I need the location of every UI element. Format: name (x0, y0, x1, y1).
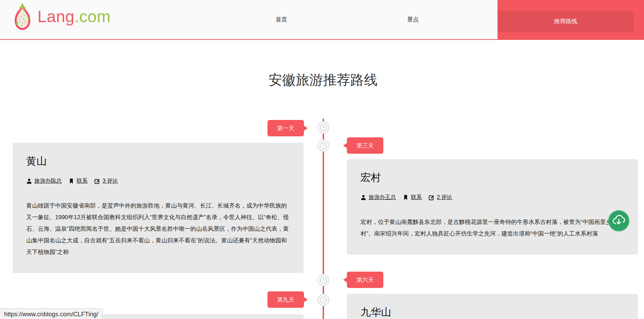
timeline-card-huangshan: 黄山 旅游办陈总 联系 3 评论 黄山雄踞于中国安徽省南部，是蜚声中外的旅游胜地… (13, 143, 304, 273)
clock-icon (317, 139, 329, 152)
day-badge-day3: 第三天 (347, 137, 383, 154)
card-title: 九华山 (361, 306, 624, 318)
day-badge-day1: 第一天 (267, 120, 304, 136)
user-icon (26, 178, 32, 184)
page-title: 安徽旅游推荐路线 (1, 71, 644, 89)
comments-label: 3 评论 (103, 178, 118, 185)
user-icon (361, 195, 366, 200)
comments-link[interactable]: 3 评论 (94, 178, 118, 185)
bookmark-icon (68, 178, 74, 184)
comments-link[interactable]: 2 评论 (429, 194, 452, 201)
card-description: 宏村，位于黄山南麓黟县东北部，是古黟桃花源里一座奇特的牛形水系古村落，被誉为“中… (361, 216, 624, 240)
dragonfruit-icon (12, 2, 33, 31)
edit-icon (94, 178, 100, 184)
brand-text-primary: Lang (37, 7, 75, 26)
author-label: 旅游办王总 (369, 194, 396, 201)
nav-item-home[interactable]: 首页 (209, 0, 354, 39)
status-url-tooltip: https://www.cnblogs.com/CLFTing/ (0, 308, 103, 319)
timeline-card-jiuhuashan: 九华山 (347, 294, 638, 319)
day-badge-day6: 第六天 (347, 272, 383, 288)
author-label: 旅游办陈总 (34, 178, 62, 185)
nav-item-routes-active[interactable]: 推荐路线 (497, 0, 644, 40)
author-link[interactable]: 旅游办陈总 (26, 178, 62, 185)
site-header: Lang.com 首页 景点 推荐路线 (0, 0, 644, 40)
clock-icon (317, 274, 329, 286)
bookmark-icon (403, 195, 409, 200)
day-badge-day9: 第九天 (267, 291, 304, 308)
contact-link[interactable]: 联系 (68, 178, 88, 185)
cloud-download-icon (611, 213, 626, 229)
edit-icon (429, 195, 434, 200)
clock-icon (317, 294, 329, 306)
card-description: 黄山雄踞于中国安徽省南部，是蜚声中外的旅游胜地，黄山与黄河、长江、长城齐名，成为… (26, 200, 290, 258)
contact-label: 联系 (411, 194, 422, 201)
cloud-download-button[interactable] (608, 210, 629, 231)
brand-logo[interactable]: Lang.com (12, 2, 111, 31)
card-meta: 旅游办王总 联系 2 评论 (361, 194, 624, 201)
card-title: 宏村 (361, 171, 624, 184)
brand-text: Lang.com (37, 2, 111, 31)
contact-label: 联系 (77, 178, 88, 185)
card-title: 黄山 (26, 155, 290, 167)
nav-item-routes-label[interactable]: 推荐路线 (497, 11, 634, 32)
author-link[interactable]: 旅游办王总 (361, 194, 396, 201)
nav-item-attractions[interactable]: 景点 (340, 0, 486, 39)
contact-link[interactable]: 联系 (403, 194, 422, 201)
clock-icon (317, 121, 329, 134)
brand-text-secondary: .com (75, 7, 111, 26)
comments-label: 2 评论 (437, 194, 452, 201)
card-meta: 旅游办陈总 联系 3 评论 (26, 178, 290, 184)
timeline-card-hongcun: 宏村 旅游办王总 联系 2 评论 宏村，位于黄山南麓黟县东北部，是古黟桃花源里一… (347, 159, 638, 255)
